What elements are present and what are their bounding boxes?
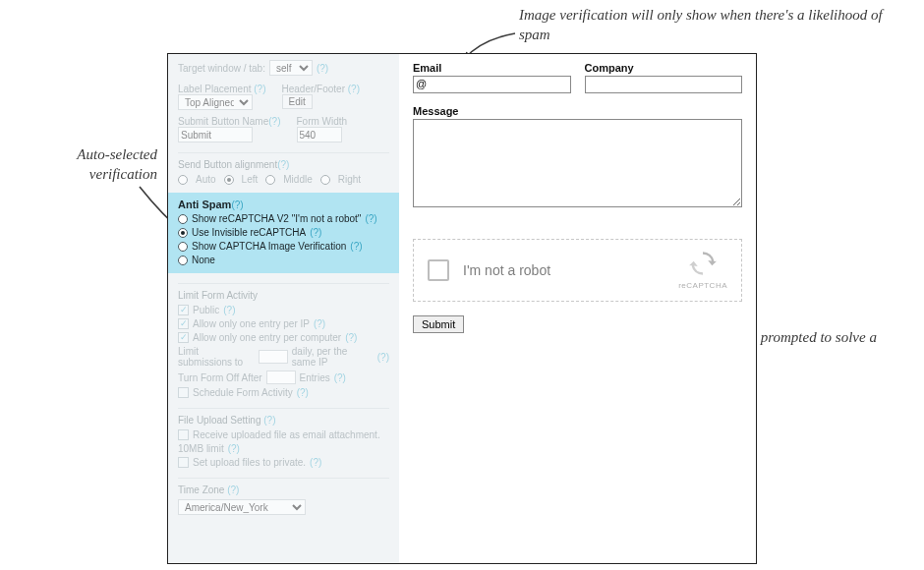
send-align-label: Send Button alignment bbox=[178, 159, 277, 170]
one-per-ip-label: Allow only one entry per IP bbox=[193, 318, 310, 329]
form-width-label: Form Width bbox=[297, 116, 348, 127]
send-align-radios: Auto Left Middle Right bbox=[178, 174, 389, 185]
timezone-title: Time Zone bbox=[178, 484, 224, 495]
antispam-invisible-radio[interactable] bbox=[178, 228, 188, 238]
limit-sub-post: daily, per the same IP bbox=[292, 346, 374, 368]
help-icon[interactable]: (?) bbox=[223, 305, 235, 315]
antispam-v2-label: Show reCAPTCHA V2 "I'm not a robot" bbox=[192, 213, 361, 224]
public-checkbox[interactable] bbox=[178, 305, 189, 315]
recaptcha-widget[interactable]: I'm not a robot reCAPTCHA bbox=[413, 239, 742, 302]
upload-attach-label: Receive uploaded file as email attachmen… bbox=[193, 429, 380, 440]
submit-button[interactable]: Submit bbox=[413, 315, 464, 333]
align-right-radio[interactable] bbox=[320, 175, 330, 185]
upload-attach-checkbox[interactable] bbox=[178, 429, 189, 440]
target-window-select[interactable]: self bbox=[269, 60, 313, 76]
label-placement-select[interactable]: Top Aligned bbox=[178, 94, 253, 110]
antispam-none-radio[interactable] bbox=[178, 256, 188, 265]
one-per-computer-label: Allow only one entry per computer bbox=[193, 332, 341, 343]
label-placement-label: Label Placement bbox=[178, 84, 252, 94]
limit-title: Limit Form Activity bbox=[178, 283, 389, 301]
email-input[interactable] bbox=[413, 76, 571, 93]
help-icon[interactable]: (?) bbox=[263, 415, 275, 426]
help-icon[interactable]: (?) bbox=[345, 332, 357, 343]
annotation-left: Auto-selected verification bbox=[10, 145, 157, 184]
antispam-section: Anti Spam(?) Show reCAPTCHA V2 "I'm not … bbox=[168, 193, 399, 273]
help-icon[interactable]: (?) bbox=[334, 372, 346, 383]
timezone-select[interactable]: America/New_York bbox=[178, 499, 306, 515]
help-icon[interactable]: (?) bbox=[228, 443, 240, 454]
recaptcha-badge-label: reCAPTCHA bbox=[678, 281, 727, 290]
one-per-computer-checkbox[interactable] bbox=[178, 332, 189, 343]
help-icon[interactable]: (?) bbox=[317, 63, 328, 74]
antispam-v2-radio[interactable] bbox=[178, 214, 188, 224]
annotation-top: Image verification will only show when t… bbox=[519, 6, 893, 44]
recaptcha-checkbox[interactable] bbox=[428, 259, 449, 281]
at-icon: @ bbox=[416, 78, 427, 89]
align-auto-radio[interactable] bbox=[178, 175, 188, 185]
company-input[interactable] bbox=[585, 76, 743, 93]
company-label: Company bbox=[585, 62, 743, 74]
submit-name-label: Submit Button Name bbox=[178, 116, 268, 127]
header-footer-label: Header/Footer bbox=[282, 84, 345, 94]
help-icon[interactable]: (?) bbox=[310, 227, 321, 238]
edit-button[interactable]: Edit bbox=[282, 94, 313, 109]
align-left-radio[interactable] bbox=[224, 175, 234, 185]
help-icon[interactable]: (?) bbox=[277, 159, 289, 170]
help-icon[interactable]: (?) bbox=[310, 457, 321, 468]
antispam-image-radio[interactable] bbox=[178, 242, 188, 252]
antispam-image-label: Show CAPTCHA Image Verification bbox=[192, 241, 346, 252]
one-per-ip-checkbox[interactable] bbox=[178, 318, 189, 329]
help-icon[interactable]: (?) bbox=[350, 241, 362, 252]
limit-sub-pre: Limit submissions to bbox=[178, 346, 255, 368]
help-icon[interactable]: (?) bbox=[268, 116, 280, 127]
upload-title: File Upload Setting bbox=[178, 415, 261, 426]
antispam-none-label: None bbox=[192, 255, 215, 265]
recaptcha-badge: reCAPTCHA bbox=[678, 250, 727, 290]
annotation-left-line1: Auto-selected bbox=[77, 146, 157, 162]
antispam-title: Anti Spam bbox=[178, 199, 231, 210]
help-icon[interactable]: (?) bbox=[227, 484, 239, 495]
turn-off-pre: Turn Form Off After bbox=[178, 372, 262, 383]
schedule-label: Schedule Form Activity bbox=[193, 387, 293, 398]
help-icon[interactable]: (?) bbox=[377, 352, 389, 363]
upload-limit-label: 10MB limit bbox=[178, 443, 224, 454]
help-icon[interactable]: (?) bbox=[297, 387, 309, 398]
settings-panel: Target window / tab: self (?) Label Plac… bbox=[168, 54, 399, 563]
help-icon[interactable]: (?) bbox=[365, 213, 376, 224]
form-width-input[interactable] bbox=[297, 127, 342, 142]
recaptcha-text: I'm not a robot bbox=[463, 262, 550, 278]
upload-private-label: Set upload files to private. bbox=[193, 457, 306, 468]
help-icon[interactable]: (?) bbox=[348, 84, 360, 94]
message-label: Message bbox=[413, 105, 742, 117]
help-icon[interactable]: (?) bbox=[231, 200, 243, 210]
target-window-label: Target window / tab: bbox=[178, 63, 265, 74]
upload-private-checkbox[interactable] bbox=[178, 457, 189, 468]
form-preview: Email @ Company Message I'm not a robot bbox=[399, 54, 756, 563]
limit-daily-input[interactable] bbox=[259, 350, 288, 364]
annotation-left-line2: verification bbox=[89, 166, 157, 182]
help-icon[interactable]: (?) bbox=[314, 318, 325, 329]
message-textarea[interactable] bbox=[413, 119, 742, 207]
turn-off-post: Entries bbox=[300, 372, 330, 383]
recaptcha-icon bbox=[689, 250, 717, 277]
antispam-invisible-label: Use Invisible reCAPTCHA bbox=[192, 227, 306, 238]
app-frame: Target window / tab: self (?) Label Plac… bbox=[167, 53, 757, 564]
public-label: Public bbox=[193, 305, 219, 315]
help-icon[interactable]: (?) bbox=[254, 84, 265, 94]
turn-off-input[interactable] bbox=[266, 370, 296, 384]
email-label: Email bbox=[413, 62, 571, 74]
submit-name-input[interactable] bbox=[178, 127, 253, 142]
schedule-checkbox[interactable] bbox=[178, 387, 189, 398]
align-middle-radio[interactable] bbox=[265, 175, 275, 185]
